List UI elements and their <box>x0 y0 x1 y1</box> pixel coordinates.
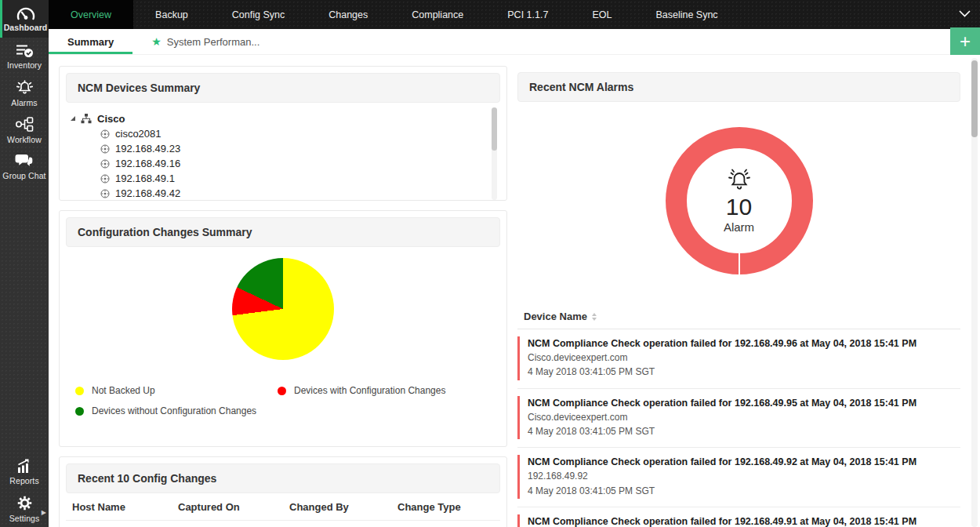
sidebar-item-workflow[interactable]: Workflow <box>0 111 49 148</box>
device-label: 192.168.49.42 <box>115 187 180 199</box>
alarm-table: Device Name NCM Compliance Check operati… <box>517 306 960 527</box>
pie-chart <box>232 258 334 360</box>
column-change-type: Change Type <box>397 501 494 513</box>
bar-chart-icon <box>16 459 34 474</box>
alarm-source: 192.168.49.92 <box>528 470 956 483</box>
sidebar-item-label: Inventory <box>7 60 42 70</box>
chat-bubbles-icon <box>15 153 34 169</box>
table-row[interactable]: 192.168.49.1 Nov 16 2016 14:50:20 PM Not… <box>66 521 500 527</box>
tree-device-item[interactable]: 192.168.49.42 <box>71 186 497 201</box>
alarm-donut-chart: 10 Alarm <box>666 127 813 274</box>
legend-dot-red <box>278 387 286 395</box>
tree-node-cisco[interactable]: Cisco <box>71 111 497 126</box>
add-dashboard-button[interactable]: + <box>950 27 980 55</box>
tree-scrollbar <box>492 107 497 200</box>
legend-label: Devices without Configuration Changes <box>92 405 256 416</box>
legend-item-with-changes: Devices with Configuration Changes <box>278 385 500 396</box>
panel-title: Configuration Changes Summary <box>66 217 500 247</box>
gauge-icon <box>16 5 36 20</box>
settings-flyout-arrow-icon[interactable]: ▶ <box>42 509 46 516</box>
alarm-timestamp: 4 May 2018 03:41:05 PM SGT <box>528 485 956 498</box>
legend-item-without-changes: Devices without Configuration Changes <box>75 405 278 416</box>
device-tree: Cisco cisco2081 192.168.49.23 192.1 <box>66 103 500 206</box>
donut-segment-gap <box>739 253 740 274</box>
alarm-message: NCM Compliance Check operation failed fo… <box>528 456 956 469</box>
sidebar-item-label: Workflow <box>7 135 42 144</box>
alarm-count: 10 <box>726 194 752 220</box>
ncm-devices-summary-panel: NCM Devices Summary Cisco <box>59 66 507 201</box>
nav-tab-config-sync[interactable]: Config Sync <box>210 0 307 29</box>
sort-icon <box>592 313 597 321</box>
nav-tab-compliance[interactable]: Compliance <box>390 0 485 29</box>
tree-scrollbar-thumb[interactable] <box>492 107 497 151</box>
tab-system-performance[interactable]: ★ System Performan... <box>132 29 278 54</box>
dashboard-tabbar: Summary ★ System Performan... + <box>49 29 980 55</box>
gear-icon <box>16 495 33 511</box>
page-scrollbar <box>971 58 978 527</box>
bell-icon <box>14 79 35 96</box>
alarm-list-item[interactable]: NCM Compliance Check operation failed fo… <box>517 448 960 507</box>
alarm-column-device-name[interactable]: Device Name <box>517 306 960 329</box>
pie-legend: Not Backed Up Devices with Configuration… <box>75 385 500 416</box>
tree-device-item[interactable]: cisco2081 <box>71 126 497 141</box>
legend-label: Devices with Configuration Changes <box>294 385 445 396</box>
pie-chart-area <box>66 258 500 360</box>
sidebar-item-label: Settings <box>9 514 40 523</box>
sitemap-icon <box>81 114 92 124</box>
sidebar: Dashboard Inventory <box>0 0 49 527</box>
nav-tab-backup[interactable]: Backup <box>133 0 210 29</box>
device-label: 192.168.49.1 <box>115 173 175 184</box>
alarm-list-item[interactable]: NCM Compliance Check operation failed fo… <box>517 507 960 527</box>
tree-device-item[interactable]: 192.168.49.1 <box>71 171 497 186</box>
alarm-list-item[interactable]: NCM Compliance Check operation failed fo… <box>517 389 960 449</box>
legend-item-not-backed-up: Not Backed Up <box>75 385 278 396</box>
nav-tab-eol[interactable]: EOL <box>570 0 633 29</box>
configuration-changes-summary-panel: Configuration Changes Summary Not Backed… <box>59 210 507 447</box>
sidebar-item-label: Group Chat <box>2 171 45 180</box>
tab-system-performance-label: System Performan... <box>167 36 260 48</box>
page-scrollbar-thumb[interactable] <box>971 60 978 137</box>
main-area: Overview Backup Config Sync Changes Comp… <box>49 0 980 527</box>
alarm-source: Cisco.deviceexpert.com <box>528 411 956 424</box>
alarm-timestamp: 4 May 2018 03:41:05 PM SGT <box>528 365 956 379</box>
alarm-bell-icon <box>724 168 755 193</box>
star-icon: ★ <box>151 36 162 47</box>
legend-dot-green <box>75 407 84 416</box>
tab-summary[interactable]: Summary <box>49 29 132 54</box>
nav-tab-pci[interactable]: PCI 1.1.7 <box>485 0 570 29</box>
device-label: cisco2081 <box>115 128 162 140</box>
alarm-message: NCM Compliance Check operation failed fo… <box>528 337 956 351</box>
nav-tab-changes[interactable]: Changes <box>307 0 390 29</box>
sidebar-item-alarms[interactable]: Alarms <box>0 75 49 111</box>
sidebar-item-group-chat[interactable]: Group Chat <box>0 148 49 185</box>
legend-label: Not Backed Up <box>92 385 155 396</box>
alarm-source: Cisco.deviceexpert.com <box>528 351 956 365</box>
column-captured-on: Captured On <box>178 501 289 513</box>
chevron-down-icon[interactable] <box>959 10 971 17</box>
column-changed-by: Changed By <box>289 501 397 513</box>
recent-config-changes-panel: Recent 10 Config Changes Host Name Captu… <box>59 456 507 527</box>
sidebar-item-reports[interactable]: Reports <box>0 453 49 490</box>
donut-center: 10 Alarm <box>687 148 792 253</box>
sidebar-item-dashboard[interactable]: Dashboard <box>0 0 49 38</box>
right-column: Recent NCM Alarms <box>517 66 960 527</box>
sidebar-item-label: Reports <box>9 476 38 485</box>
panel-title: NCM Devices Summary <box>66 73 500 103</box>
tree-expander-icon[interactable] <box>71 116 75 121</box>
alarm-list-item[interactable]: NCM Compliance Check operation failed fo… <box>517 329 960 389</box>
tree-device-item[interactable]: 192.168.49.23 <box>71 141 497 156</box>
nav-tab-overview[interactable]: Overview <box>49 0 133 29</box>
column-label: Device Name <box>524 311 587 322</box>
dashboard-topnav: Overview Backup Config Sync Changes Comp… <box>49 0 980 29</box>
device-label: 192.168.49.23 <box>115 143 180 154</box>
nav-tab-baseline-sync[interactable]: Baseline Sync <box>633 0 739 29</box>
sidebar-item-inventory[interactable]: Inventory <box>0 38 49 75</box>
panel-title: Recent 10 Config Changes <box>66 463 500 493</box>
sidebar-item-settings[interactable]: Settings ▶ <box>0 490 49 527</box>
config-changes-table-header: Host Name Captured On Changed By Change … <box>66 493 500 521</box>
workflow-nodes-icon <box>14 116 34 133</box>
tree-node-label: Cisco <box>97 113 125 125</box>
sidebar-spacer <box>0 185 49 453</box>
tree-device-item[interactable]: 192.168.49.16 <box>71 156 497 171</box>
alarm-count-label: Alarm <box>724 220 754 234</box>
